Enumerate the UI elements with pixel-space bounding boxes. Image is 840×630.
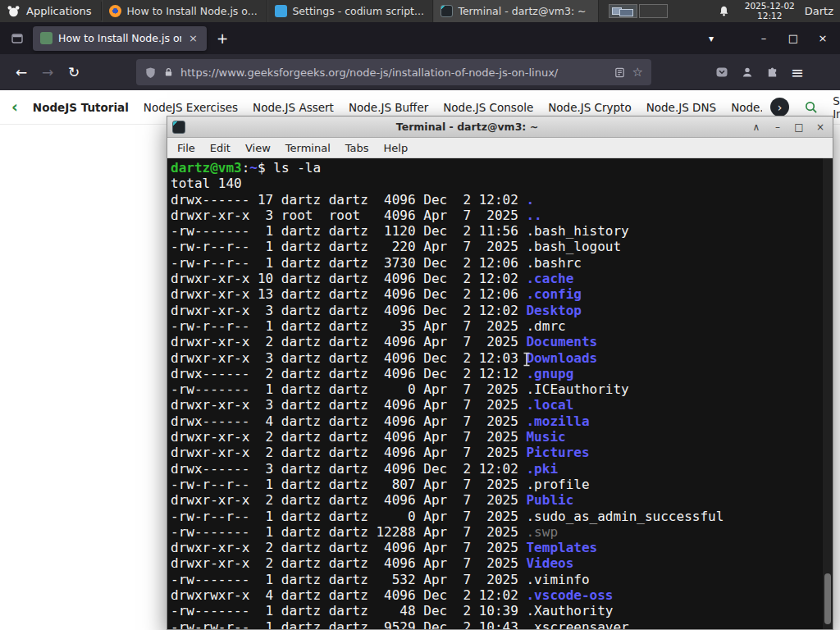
nav-prev-arrow[interactable]: ‹ — [11, 99, 18, 115]
tab-close-button[interactable]: × — [187, 32, 199, 44]
site-nav-item[interactable]: Node.JS — [731, 101, 762, 114]
list-all-tabs-button[interactable]: ▾ — [701, 33, 722, 44]
browser-tab[interactable]: How to Install Node.js on × — [33, 26, 207, 51]
pager-mini-window — [619, 9, 633, 16]
terminal-menu-edit[interactable]: Edit — [203, 142, 238, 154]
terminal-line: drwxr-xr-x 3 dartz dartz 4096 Dec 2 12:0… — [171, 350, 833, 366]
terminal-line: drwxr-xr-x 3 dartz dartz 4096 Dec 2 12:0… — [171, 303, 833, 318]
nav-next-button[interactable]: › — [770, 98, 789, 116]
site-nav-item[interactable]: Node.JS Crypto — [548, 101, 631, 114]
back-button[interactable]: ← — [8, 59, 34, 85]
site-nav-item[interactable]: Node.JS Console — [443, 101, 533, 114]
vscodium-icon — [275, 5, 287, 17]
terminal-line: drwx------ 3 dartz dartz 4096 Dec 2 12:0… — [171, 461, 833, 477]
account-button[interactable] — [741, 66, 754, 79]
clock-date: 2025-12-02 — [745, 2, 795, 11]
terminal-line: -rw-r--r-- 1 dartz dartz 35 Apr 7 2025 .… — [171, 318, 833, 334]
taskbar-label: Settings - codium script... — [292, 5, 426, 17]
lock-icon[interactable] — [163, 66, 174, 78]
terminal-line: drwxr-xr-x 13 dartz dartz 4096 Dec 2 12:… — [171, 286, 833, 302]
terminal-line: total 140 — [171, 176, 833, 191]
terminal-line: -rw------- 1 dartz dartz 12288 Apr 7 202… — [171, 524, 833, 540]
terminal-app-icon — [172, 121, 185, 134]
firefox-icon — [109, 5, 121, 17]
terminal-line: drwxr-xr-x 2 dartz dartz 4096 Apr 7 2025… — [171, 334, 833, 349]
extensions-icon[interactable] — [766, 66, 778, 79]
sign-in-button[interactable]: Sign In — [833, 94, 840, 121]
terminal-line: drwxr-xr-x 2 dartz dartz 4096 Apr 7 2025… — [171, 445, 833, 460]
terminal-menu-terminal[interactable]: Terminal — [278, 142, 338, 154]
site-nav-item[interactable]: Node.JS Assert — [253, 101, 334, 114]
terminal-line: -rw------- 1 dartz dartz 532 Apr 7 2025 … — [171, 572, 833, 587]
terminal-menu-help[interactable]: Help — [377, 142, 416, 154]
site-nav-item[interactable]: NodeJS Exercises — [144, 101, 238, 114]
terminal-line: drwxr-xr-x 2 dartz dartz 4096 Apr 7 2025… — [171, 540, 833, 555]
nav-toolbar: ← → ↻ https://www.geeksforgeeks.org/node… — [0, 54, 840, 90]
terminal-menu-view[interactable]: View — [238, 142, 278, 154]
pocket-button[interactable] — [715, 66, 728, 79]
panel-spacer — [678, 0, 709, 22]
window-close-button[interactable]: × — [817, 32, 829, 44]
forward-button[interactable]: → — [34, 59, 61, 85]
menu-button[interactable]: ≡ — [791, 65, 804, 80]
tab-favicon-icon — [40, 32, 52, 44]
taskbar-button-terminal[interactable]: Terminal - dartz@vm3: ~ — [433, 0, 599, 22]
workspace-1[interactable] — [609, 4, 637, 18]
site-nav-item[interactable]: Node.JS Buffer — [349, 101, 428, 114]
terminal-line: -rw-r--r-- 1 dartz dartz 0 Apr 7 2025 .s… — [171, 509, 833, 524]
bell-icon — [718, 5, 730, 17]
terminal-minimize-button[interactable]: – — [770, 121, 785, 133]
firefox-view-icon — [11, 32, 24, 45]
terminal-shade-button[interactable]: ∧ — [749, 121, 764, 133]
terminal-line: -rw-r--r-- 1 dartz dartz 3730 Dec 2 12:0… — [171, 255, 833, 271]
window-maximize-button[interactable]: □ — [788, 32, 799, 44]
taskbar-label: Terminal - dartz@vm3: ~ — [458, 5, 591, 17]
terminal-close-button[interactable]: × — [813, 121, 828, 133]
terminal-titlebar[interactable]: Terminal - dartz@vm3: ~ ∧ – □ × — [167, 116, 833, 138]
reload-button[interactable]: ↻ — [61, 59, 87, 85]
terminal-line: drwx------ 2 dartz dartz 4096 Dec 2 12:1… — [171, 366, 833, 381]
tab-bar: How to Install Node.js on × + ▾ – □ × — [0, 22, 840, 54]
terminal-line: drwxr-xr-x 3 root root 4096 Apr 7 2025 .… — [171, 208, 833, 223]
url-bar[interactable]: https://www.geeksforgeeks.org/node-js/in… — [136, 59, 651, 85]
terminal-window: Terminal - dartz@vm3: ~ ∧ – □ × FileEdit… — [167, 116, 833, 630]
bookmark-star-button[interactable]: ☆ — [632, 65, 643, 80]
terminal-menu-tabs[interactable]: Tabs — [338, 142, 377, 154]
clock-time: 12:12 — [745, 11, 795, 21]
toolbar-right-icons: ≡ — [715, 65, 804, 80]
firefox-view-button[interactable] — [7, 28, 28, 49]
site-search-button[interactable] — [804, 100, 818, 114]
terminal-line: -rw------- 1 dartz dartz 48 Dec 2 10:39 … — [171, 603, 833, 619]
terminal-maximize-button[interactable]: □ — [792, 121, 806, 133]
terminal-scrollbar-thumb[interactable] — [824, 573, 831, 624]
applications-menu-button[interactable]: Applications — [0, 0, 101, 22]
window-minimize-button[interactable]: – — [758, 32, 769, 44]
xubuntu-logo-icon — [7, 4, 21, 18]
workspace-2[interactable] — [639, 4, 668, 18]
terminal-scrollbar[interactable] — [823, 158, 833, 629]
url-text: https://www.geeksforgeeks.org/node-js/in… — [180, 66, 607, 79]
terminal-line: drwxr-xr-x 2 dartz dartz 4096 Apr 7 2025… — [171, 429, 833, 445]
workspace-pager — [609, 0, 668, 22]
site-nav-item[interactable]: NodeJS Tutorial — [33, 101, 129, 114]
reader-mode-button[interactable] — [614, 66, 626, 79]
new-tab-button[interactable]: + — [212, 28, 233, 49]
terminal-line: -rw------- 1 dartz dartz 1120 Dec 2 11:5… — [171, 223, 833, 239]
terminal-icon — [441, 5, 453, 17]
terminal-body[interactable]: dartz@vm3:~$ ls -latotal 140drwx------ 1… — [167, 158, 833, 629]
shield-icon[interactable] — [144, 66, 157, 79]
terminal-line: drwx------ 4 dartz dartz 4096 Apr 7 2025… — [171, 413, 833, 429]
user-menu[interactable]: Dartz — [805, 5, 833, 17]
notifications-button[interactable] — [718, 0, 730, 22]
site-nav-item[interactable]: Node.JS DNS — [646, 101, 716, 114]
terminal-menu-file[interactable]: File — [170, 142, 203, 154]
terminal-line: drwxr-xr-x 3 dartz dartz 4096 Apr 7 2025… — [171, 397, 833, 413]
terminal-line: drwxrwxr-x 4 dartz dartz 4096 Dec 2 12:0… — [171, 587, 833, 603]
desktop: Applications How to Install Node.js o...… — [0, 0, 840, 630]
clock[interactable]: 2025-12-02 12:12 — [745, 2, 795, 21]
taskbar-label: How to Install Node.js o... — [126, 5, 260, 17]
taskbar-button-firefox[interactable]: How to Install Node.js o... — [102, 0, 267, 22]
taskbar-button-vscodium[interactable]: Settings - codium script... — [267, 0, 433, 22]
terminal-title: Terminal - dartz@vm3: ~ — [192, 121, 742, 133]
terminal-line: drwxr-xr-x 10 dartz dartz 4096 Dec 2 12:… — [171, 271, 833, 286]
